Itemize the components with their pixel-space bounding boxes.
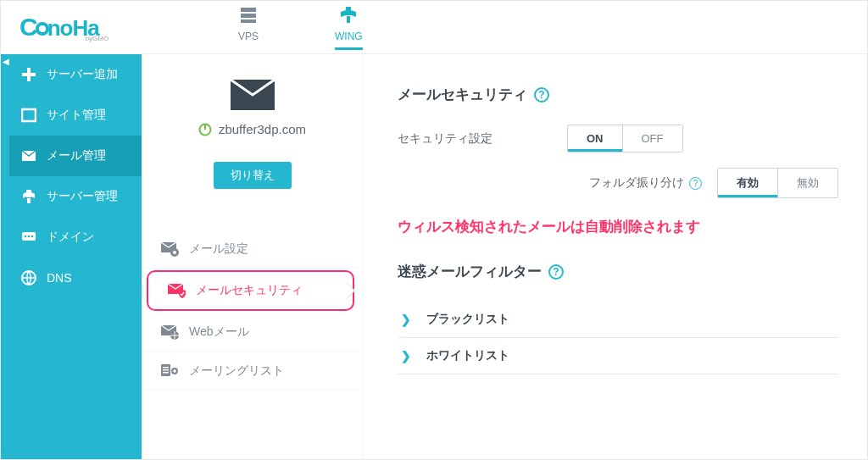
spam-filter-title: 迷惑メールフィルター [398,262,542,281]
svg-rect-8 [26,190,31,197]
security-setting-label: セキュリティ設定 [398,131,567,147]
expand-whitelist[interactable]: ❯ ホワイトリスト [398,338,838,374]
mail-subnav: メール設定 メールセキュリティ Webメール メーリングリスト [142,230,363,391]
plus-icon [21,67,36,82]
subnav-label: Webメール [189,324,249,340]
sidebar-item-dns[interactable]: DNS [9,258,142,298]
svg-rect-9 [27,198,31,203]
section-title: メールセキュリティ [398,85,527,104]
mail-globe-icon [160,324,179,341]
svg-rect-22 [163,369,169,371]
help-icon[interactable]: ? [548,264,564,280]
svg-rect-1 [241,14,256,18]
security-off[interactable]: OFF [622,125,682,152]
svg-point-12 [28,236,31,238]
svg-rect-16 [204,124,206,130]
svg-rect-7 [22,109,36,121]
svg-rect-3 [346,7,351,15]
mail-icon [21,148,36,163]
sidebar-item-label: サーバー管理 [47,189,118,204]
help-icon[interactable]: ? [534,87,549,103]
wing-icon [338,5,359,25]
svg-rect-0 [241,8,256,12]
subnav-label: メーリングリスト [189,363,284,379]
main-content: メールセキュリティ ? セキュリティ設定 ON OFF フォルダ振り分け ? 有… [364,54,867,459]
whitelist-label: ホワイトリスト [426,348,509,363]
subnav-label: メール設定 [189,241,248,257]
sidebar-item-label: DNS [47,271,72,285]
logo[interactable]: CnoHa byGMO [1,13,145,42]
svg-rect-2 [241,19,256,23]
svg-rect-4 [347,16,350,23]
chat-icon [21,230,36,245]
folder-sort-label: フォルダ振り分け [589,175,684,191]
svg-point-11 [25,236,27,238]
tab-wing[interactable]: WING [335,5,363,50]
server-icon [21,189,36,204]
mail-gear-icon [160,241,179,258]
switch-domain-button[interactable]: 切り替え [214,162,292,189]
blacklist-label: ブラックリスト [426,312,509,327]
sidebar-item-site[interactable]: サイト管理 [9,95,142,136]
subnav-mailing-list[interactable]: メーリングリスト [142,352,363,391]
collapse-rail[interactable] [1,54,9,459]
svg-point-18 [173,251,176,254]
folder-disable[interactable]: 無効 [777,169,837,197]
domain-column: zbuffer3dp.com 切り替え メール設定 メールセキュリティ Webメ… [142,54,364,459]
sidebar-item-label: ドメイン [47,230,94,245]
mailing-list-icon [160,363,179,380]
header: CnoHa byGMO VPS WING [1,1,867,54]
sidebar-item-label: サイト管理 [47,108,106,123]
tab-wing-label: WING [335,30,363,42]
svg-rect-6 [22,73,36,76]
help-icon[interactable]: ? [689,177,702,190]
chevron-right-icon: ❯ [401,313,411,326]
chevron-left-icon: ◀ [3,57,9,66]
power-icon [198,123,212,136]
folder-enable[interactable]: 有効 [718,169,777,197]
mail-large-icon [229,78,276,112]
subnav-label: メールセキュリティ [196,283,303,298]
subnav-mail-security[interactable]: メールセキュリティ [147,270,354,311]
security-on[interactable]: ON [568,125,622,152]
expand-blacklist[interactable]: ❯ ブラックリスト [398,302,838,338]
sidebar-item-label: メール管理 [47,148,106,163]
sidebar-item-domain[interactable]: ドメイン [9,217,142,258]
domain-name: zbuffer3dp.com [219,122,306,136]
tab-vps-label: VPS [238,30,259,42]
svg-rect-21 [163,367,169,369]
chevron-right-icon: ❯ [401,349,411,363]
mail-shield-icon [167,282,186,299]
window-icon [21,108,36,123]
svg-rect-23 [163,372,169,374]
security-toggle: ON OFF [567,125,683,152]
server-stack-icon [238,5,259,25]
sidebar-item-add-server[interactable]: サーバー追加 [9,54,142,95]
sidebar-item-mail[interactable]: メール管理 [9,136,142,176]
globe-icon [21,270,36,285]
svg-point-13 [31,236,34,238]
sidebar: サーバー追加 サイト管理 メール管理 サーバー管理 ドメイン DNS [9,54,142,459]
subnav-webmail[interactable]: Webメール [142,313,363,352]
virus-annotation: ウィルス検知されたメールは自動削除されます [398,217,838,236]
sidebar-item-label: サーバー追加 [47,67,118,82]
folder-toggle: 有効 無効 [717,168,838,198]
tab-vps[interactable]: VPS [238,5,259,50]
subnav-mail-settings[interactable]: メール設定 [142,230,363,269]
sidebar-item-server[interactable]: サーバー管理 [9,176,142,217]
